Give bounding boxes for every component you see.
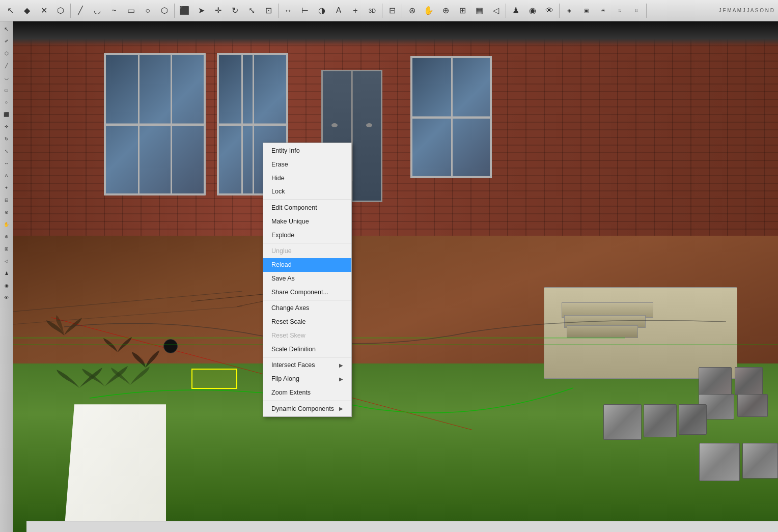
left-tool-2[interactable]: ✐ <box>1 36 12 47</box>
vegetation-bottom <box>54 358 156 389</box>
menu-reset-skew[interactable]: Reset Skew <box>263 329 351 343</box>
left-tool-11[interactable]: ⤡ <box>1 146 12 157</box>
menu-reset-scale[interactable]: Reset Scale <box>263 315 351 329</box>
left-tool-3[interactable]: ⬡ <box>1 48 12 59</box>
left-tool-7[interactable]: ○ <box>1 97 12 108</box>
menu-hide[interactable]: Hide <box>263 172 351 185</box>
left-tool-16[interactable]: ⊛ <box>1 207 12 218</box>
menu-share-component[interactable]: Share Component... <box>263 286 351 299</box>
menu-entity-info[interactable]: Entity Info <box>263 144 351 158</box>
window-right-1 <box>410 56 492 178</box>
followme-btn[interactable]: ➤ <box>193 3 209 19</box>
left-toolbox: ↖ ✐ ⬡ ╱ ◡ ▭ ○ ⬛ ✛ ↻ ⤡ ↔ A + ⊟ ⊛ ✋ ⊕ ⊞ ◁ … <box>0 21 13 532</box>
match-photo-btn[interactable]: ⌗ <box>628 3 645 19</box>
3dtext-btn[interactable]: 3D <box>364 3 380 19</box>
left-tool-17[interactable]: ✋ <box>1 219 12 230</box>
left-tool-5[interactable]: ◡ <box>1 72 12 83</box>
scene-background <box>13 21 778 532</box>
divider-1 <box>70 4 71 18</box>
divider-4 <box>382 4 382 18</box>
menu-erase[interactable]: Erase <box>263 158 351 172</box>
menu-save-as[interactable]: Save As <box>263 272 351 286</box>
component-btn[interactable]: ◆ <box>19 3 35 19</box>
tape-btn[interactable]: ↔ <box>280 3 296 19</box>
left-tool-14[interactable]: + <box>1 182 12 193</box>
move-btn[interactable]: ✛ <box>210 3 226 19</box>
dimension-btn[interactable]: ⊢ <box>297 3 313 19</box>
left-tool-6[interactable]: ▭ <box>1 85 12 96</box>
menu-unglue[interactable]: Unglue <box>263 244 351 258</box>
left-tool-4[interactable]: ╱ <box>1 60 12 71</box>
left-tool-21[interactable]: ♟ <box>1 268 12 279</box>
menu-make-unique[interactable]: Make Unique <box>263 215 351 229</box>
prev-view-btn[interactable]: ◁ <box>488 3 504 19</box>
eraser-btn[interactable]: ✕ <box>36 3 52 19</box>
axes-btn[interactable]: + <box>347 3 364 19</box>
zoom-win-btn[interactable]: ▦ <box>471 3 487 19</box>
ground-hole <box>163 339 178 353</box>
vegetation-2 <box>102 333 133 353</box>
line-btn[interactable]: ╱ <box>72 3 89 19</box>
menu-reload[interactable]: Reload <box>263 258 351 272</box>
menu-explode[interactable]: Explode <box>263 229 351 242</box>
left-select[interactable]: ↖ <box>1 23 12 35</box>
circle-btn[interactable]: ○ <box>140 3 156 19</box>
section-btn[interactable]: ⊟ <box>384 3 400 19</box>
rect-btn[interactable]: ▭ <box>123 3 139 19</box>
orbit-btn[interactable]: ⊛ <box>404 3 420 19</box>
menu-zoom-extents[interactable]: Zoom Extents <box>263 386 351 400</box>
polygon-btn[interactable]: ⬡ <box>156 3 173 19</box>
left-tool-12[interactable]: ↔ <box>1 158 12 169</box>
left-tool-23[interactable]: 👁 <box>1 292 12 303</box>
scenes-btn[interactable]: ▣ <box>578 3 594 19</box>
intersect-submenu-arrow: ▶ <box>339 361 343 369</box>
left-tool-15[interactable]: ⊟ <box>1 194 12 206</box>
menu-sep-2 <box>263 243 351 243</box>
protractor-btn[interactable]: ◑ <box>314 3 330 19</box>
styles-btn[interactable]: ◈ <box>561 3 577 19</box>
menu-edit-component[interactable]: Edit Component <box>263 201 351 215</box>
menu-scale-definition[interactable]: Scale Definition <box>263 343 351 356</box>
left-tool-22[interactable]: ◉ <box>1 280 12 291</box>
left-tool-18[interactable]: ⊕ <box>1 231 12 242</box>
window-left-1 <box>104 53 206 195</box>
menu-sep-5 <box>263 401 351 401</box>
left-tool-10[interactable]: ↻ <box>1 133 12 145</box>
freehand-btn[interactable]: ~ <box>106 3 122 19</box>
pan-btn[interactable]: ✋ <box>421 3 437 19</box>
menu-sep-3 <box>263 300 351 300</box>
text-btn[interactable]: A <box>330 3 347 19</box>
walk-btn[interactable]: ♟ <box>508 3 524 19</box>
stone-group-far <box>603 404 707 440</box>
menu-flip-along[interactable]: Flip Along ▶ <box>263 372 351 386</box>
menu-lock[interactable]: Lock <box>263 185 351 199</box>
pushpull-btn[interactable]: ⬛ <box>176 3 192 19</box>
zoom-btn[interactable]: ⊕ <box>437 3 454 19</box>
rotate-btn[interactable]: ↻ <box>227 3 243 19</box>
pos-camera-btn[interactable]: 👁 <box>541 3 558 19</box>
left-tool-13[interactable]: A <box>1 170 12 181</box>
menu-change-axes[interactable]: Change Axes <box>263 301 351 315</box>
select-tool-btn[interactable]: ↖ <box>2 3 18 19</box>
offset-btn[interactable]: ⊡ <box>260 3 276 19</box>
left-tool-19[interactable]: ⊞ <box>1 243 12 255</box>
left-tool-9[interactable]: ✛ <box>1 121 12 132</box>
menu-sep-1 <box>263 200 351 200</box>
shadows-btn[interactable]: ☀ <box>595 3 611 19</box>
scale-btn[interactable]: ⤡ <box>243 3 260 19</box>
left-tool-8[interactable]: ⬛ <box>1 109 12 120</box>
arc-btn[interactable]: ◡ <box>89 3 105 19</box>
flip-submenu-arrow: ▶ <box>339 375 343 383</box>
divider-6 <box>506 4 506 18</box>
menu-dynamic-components[interactable]: Dynamic Components ▶ <box>263 402 351 416</box>
lookaround-btn[interactable]: ◉ <box>524 3 541 19</box>
divider-7 <box>559 4 560 18</box>
viewport[interactable]: Entity Info Erase Hide Lock Edit Compone… <box>13 21 778 532</box>
menu-intersect-faces[interactable]: Intersect Faces ▶ <box>263 358 351 372</box>
left-tool-20[interactable]: ◁ <box>1 256 12 267</box>
paint-btn[interactable]: ⬡ <box>52 3 69 19</box>
status-bar <box>26 521 778 532</box>
zoom-ext-btn[interactable]: ⊞ <box>454 3 470 19</box>
fog-btn[interactable]: ≈ <box>612 3 628 19</box>
stone-far-right <box>699 443 778 481</box>
